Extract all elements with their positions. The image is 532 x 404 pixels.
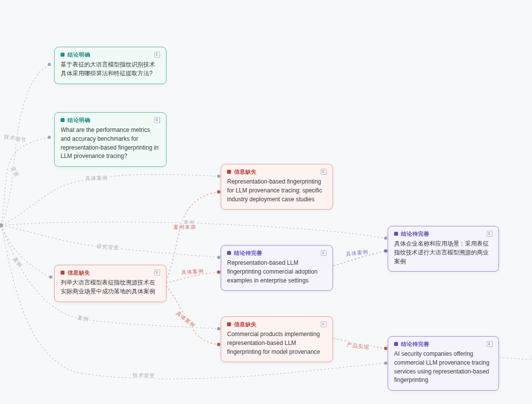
card-enterprise-cases[interactable]: 结论待完善 具体企业名称和应用场景：采用表征指纹技术进行大语言模型溯源的商业案例 bbox=[388, 226, 499, 272]
edge-companies-offscreen bbox=[499, 357, 532, 360]
card-text: Representation-based LLM fingerprinting … bbox=[227, 259, 327, 285]
card-text: 具体企业名称和应用场景：采用表征指纹技术进行大语言模型溯源的商业案例 bbox=[394, 240, 493, 266]
card-commercial-adoption[interactable]: 结论待完善 Representation-based LLM fingerpri… bbox=[221, 245, 333, 291]
card-badge: 结论明确 bbox=[67, 52, 90, 58]
root-node[interactable] bbox=[0, 223, 3, 228]
edge-label-tech-background: 技术背景 bbox=[132, 372, 156, 379]
badge-bullet-icon bbox=[394, 232, 398, 236]
connection-dot bbox=[384, 347, 388, 350]
edge-gap-to-industry-gap bbox=[166, 192, 218, 281]
card-industry-cases-gap[interactable]: 信息缺失 Representation-based fingerprinting… bbox=[221, 164, 333, 210]
card-badge: 结论明确 bbox=[67, 118, 90, 123]
card-business-cases-gap[interactable]: 信息缺失 列举大语言模型表征指纹溯源技术在实际商业场景中成功落地的具体案例 bbox=[54, 265, 166, 302]
card-text: Commercial products implementing represe… bbox=[227, 330, 327, 356]
badge-bullet-icon bbox=[61, 53, 65, 57]
connection-dot bbox=[217, 190, 221, 194]
card-text: What are the performance metrics and acc… bbox=[61, 126, 160, 161]
edge-root-to-algorithms bbox=[1, 65, 49, 225]
connection-dot bbox=[48, 63, 51, 66]
edge-root-to-adoption bbox=[1, 225, 218, 257]
note-icon[interactable] bbox=[321, 169, 327, 175]
card-badge: 信息缺失 bbox=[234, 322, 257, 327]
edge-label-specific-case: 具体案例 bbox=[84, 175, 109, 182]
note-icon[interactable] bbox=[154, 52, 160, 58]
connection-dot bbox=[217, 343, 221, 346]
connection-dot bbox=[384, 249, 388, 253]
card-badge: 结论待完善 bbox=[234, 250, 263, 256]
connection-dot bbox=[217, 256, 220, 259]
badge-bullet-icon bbox=[227, 170, 231, 174]
edge-root-to-industry-gap bbox=[1, 175, 218, 225]
card-algorithms-question[interactable]: 结论明确 基于表征的大语言模型指纹识别技术具体采用哪些算法和特征提取方法? bbox=[54, 47, 166, 84]
connection-dots bbox=[48, 63, 388, 365]
connection-dot bbox=[384, 362, 387, 365]
note-icon[interactable] bbox=[487, 231, 493, 237]
card-badge: 信息缺失 bbox=[67, 270, 90, 276]
edge-gap-to-products-gap bbox=[166, 286, 218, 344]
card-badge: 结论待完善 bbox=[401, 342, 430, 347]
connection-dot bbox=[217, 175, 220, 178]
connection-dot bbox=[48, 136, 51, 139]
card-text: Representation-based fingerprinting for … bbox=[227, 178, 327, 204]
badge-bullet-icon bbox=[227, 251, 231, 255]
connection-dot bbox=[49, 276, 52, 279]
card-text: 基于表征的大语言模型指纹识别技术具体采用哪些算法和特征提取方法? bbox=[61, 61, 160, 78]
note-icon[interactable] bbox=[487, 341, 493, 347]
connection-dot bbox=[384, 237, 387, 240]
note-icon[interactable] bbox=[154, 117, 160, 123]
note-icon[interactable] bbox=[154, 270, 160, 276]
badge-bullet-icon bbox=[394, 342, 398, 346]
card-metrics-question[interactable]: 结论明确 What are the performance metrics an… bbox=[54, 112, 166, 167]
edge-root-to-metrics bbox=[1, 138, 49, 225]
connection-dot bbox=[217, 327, 220, 330]
badge-bullet-icon bbox=[227, 322, 231, 326]
badge-bullet-icon bbox=[61, 118, 65, 122]
mindmap-canvas[interactable]: 技术细节 背景 具体案例 研究背景 案例 案例 案例 技术背景 案例来源 具体案… bbox=[0, 0, 532, 404]
edge-label-case-source: 案例来源 bbox=[172, 224, 197, 230]
note-icon[interactable] bbox=[321, 250, 327, 256]
card-badge: 信息缺失 bbox=[234, 169, 257, 175]
card-commercial-products-gap[interactable]: 信息缺失 Commercial products implementing re… bbox=[221, 316, 333, 362]
card-text: AI security companies offering commercia… bbox=[394, 350, 493, 385]
badge-bullet-icon bbox=[61, 271, 65, 275]
note-icon[interactable] bbox=[321, 321, 327, 327]
card-badge: 结论待完善 bbox=[401, 231, 430, 237]
card-ai-security-companies[interactable]: 结论待完善 AI security companies offering com… bbox=[388, 336, 499, 391]
card-text: 列举大语言模型表征指纹溯源技术在实际商业场景中成功落地的具体案例 bbox=[61, 279, 160, 296]
edge-root-to-business-gap bbox=[1, 225, 50, 277]
connection-dot bbox=[217, 271, 221, 274]
